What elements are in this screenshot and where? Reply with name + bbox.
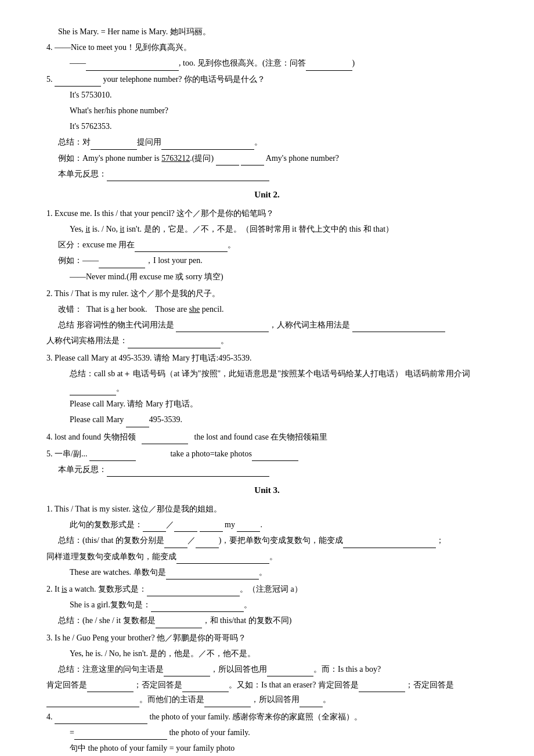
u3-3-summary: 总结：注意这里的问句主语是，所以回答也用。而：Is this a boy? — [46, 662, 488, 676]
u2-1-example2: ——Never mind.(用 excuse me 或 sorry 填空) — [46, 269, 488, 284]
u2-1-main: 1. Excuse me. Is this / that your pencil… — [46, 206, 488, 221]
u3-1-main: 1. This / That is my sister. 这位／那位是我的姐姐。 — [46, 502, 488, 516]
unit2-item2: 2. This / That is my ruler. 这个／那个是我的尺子。 … — [46, 286, 488, 348]
blank-1 — [86, 70, 179, 71]
item-5-phone: 5. your telephone number? 你的电话号码是什么？ — [46, 72, 488, 87]
blank-u3-2b — [196, 548, 219, 548]
u3-1-summary2: 同样道理复数句变成单数句，能变成。 — [46, 549, 488, 564]
blank-u2-10 — [252, 460, 298, 461]
u3-3-answer: Yes, he is. / No, he isn't. 是的，他是。／不，他不是… — [46, 646, 488, 661]
u2-3-example1: Please call Mary. 请给 Mary 打电话。 — [46, 397, 488, 411]
unit3-item4: 4. the photo of your family. 感谢你寄来你的家庭照（… — [46, 710, 488, 757]
blank-u2-1 — [135, 251, 228, 252]
u2-3-summary: 总结：call sb at＋ 电话号码（at 译为"按照"，此短语意思是"按照某… — [46, 366, 488, 395]
blank-u2-6 — [70, 395, 116, 395]
blank-u3-3 — [176, 563, 269, 564]
blank-3 — [55, 86, 101, 87]
blank-u2-3 — [176, 332, 269, 332]
blank-u3-16 — [55, 723, 147, 724]
u2-3-main: 3. Please call Mary at 495-3539. 请给 Mary… — [46, 351, 488, 365]
blank-u2-7 — [126, 427, 149, 427]
blank-u3-6 — [151, 611, 244, 612]
blank-u3-8 — [164, 676, 210, 676]
example-phone: 例如：Amy's phone number is 5763212.(提问) Am… — [46, 151, 488, 165]
u3-4-note: 句中 the photo of your family = your famil… — [46, 741, 488, 755]
u3-2-main: 2. It is a watch. 复数形式是：。（注意冠词 a） — [46, 582, 488, 596]
blank-u3-1d — [237, 531, 260, 532]
u2-1-qufeng: 区分：excuse me 用在。 — [46, 237, 488, 252]
blank-u3-1a — [143, 531, 166, 532]
blank-5 — [161, 149, 254, 150]
blank-6 — [216, 165, 239, 165]
u2-2-correct: 改错： That is a her book. Those are she pe… — [46, 302, 488, 316]
summary-dui: 总结：对提问用。 — [46, 135, 488, 149]
u3-1-summary: 总结：(this/ that 的复数分别是／)，要把单数句变成复数句，能变成； — [46, 533, 488, 548]
blank-u3-15 — [300, 707, 323, 707]
blank-u2-9 — [89, 460, 136, 461]
blank-u2-4 — [352, 332, 445, 332]
item-5-answer1: It's 5753010. — [46, 88, 488, 102]
u2-3-example2: Please call Mary 495-3539. — [46, 412, 488, 427]
blank-u3-2a — [164, 548, 187, 548]
item-5-answer2: It's 5762353. — [46, 119, 488, 134]
blank-u3-14 — [204, 707, 251, 707]
u3-1-plural: 此句的复数形式是：／ my . — [46, 517, 488, 532]
blank-u3-11 — [182, 692, 229, 692]
u2-reflect: 本单元反思： — [46, 462, 488, 477]
blank-u3-10 — [87, 692, 134, 692]
unit2-title: Unit 2. — [46, 187, 488, 203]
unit3-item1: 1. This / That is my sister. 这位／那位是我的姐姐。… — [46, 502, 488, 579]
page-content: She is Mary. = Her name is Mary. 她叫玛丽。 4… — [46, 24, 488, 756]
u3-4-equal: = the photo of your family. — [46, 725, 488, 740]
u3-3-affirm: 肯定回答是；否定回答是。又如：Is that an eraser? 肯定回答是；… — [46, 678, 488, 707]
unit2-item1: 1. Excuse me. Is this / that your pencil… — [46, 206, 488, 284]
blank-u3-2c — [343, 548, 436, 548]
blank-u3-1c — [200, 531, 223, 532]
blank-u3-13 — [46, 707, 139, 707]
u2-1-answer: Yes, it is. / No, it isn't. 是的，它是。／不，不是。… — [46, 222, 488, 236]
u3-2-summary: 总结：(he / she / it 复数都是，和 this/that 的复数不同… — [46, 613, 488, 628]
unit2-item4: 4. lost and found 失物招领 the lost and foun… — [46, 430, 488, 444]
item-5-whats: What's her/his phone number? — [46, 103, 488, 118]
unit3-item3: 3. Is he / Guo Peng your brother? 他／郭鹏是你… — [46, 631, 488, 707]
unit2-item5: 5. 一串/副... take a photo=take photos 本单元反… — [46, 447, 488, 477]
u2-2-summary: 总结 形容词性的物主代词用法是 ，人称代词主格用法是 — [46, 318, 488, 332]
blank-u2-5 — [128, 348, 221, 348]
blank-u3-4 — [166, 579, 259, 579]
u2-4-main: 4. lost and found 失物招领 the lost and foun… — [46, 430, 488, 444]
blank-2 — [306, 70, 352, 71]
line-she-is-mary: She is Mary. = Her name is Mary. 她叫玛丽。 — [46, 24, 488, 39]
unit-reflect-0: 本单元反思： — [46, 167, 488, 181]
blank-u3-1b — [174, 531, 197, 532]
u2-5-main: 5. 一串/副... take a photo=take photos — [46, 447, 488, 461]
item-4-nice-to-meet: 4. ——Nice to meet you！见到你真高兴。 — [46, 40, 488, 55]
blank-reflect-0 — [107, 181, 269, 181]
u3-3-main: 3. Is he / Guo Peng your brother? 他／郭鹏是你… — [46, 631, 488, 645]
u3-4-main: 4. the photo of your family. 感谢你寄来你的家庭照（… — [46, 710, 488, 724]
blank-reflect-u2 — [107, 476, 269, 477]
blank-u3-12 — [359, 692, 405, 692]
blank-u3-9 — [267, 676, 313, 676]
u2-1-example1: 例如：——，I lost your pen. — [46, 253, 488, 268]
unit3-item2: 2. It is a watch. 复数形式是：。（注意冠词 a） She is… — [46, 582, 488, 628]
u2-2-main: 2. This / That is my ruler. 这个／那个是我的尺子。 — [46, 286, 488, 301]
unit3-title: Unit 3. — [46, 483, 488, 498]
blank-u2-2 — [99, 268, 145, 268]
blank-u2-8 — [142, 444, 188, 444]
blank-4 — [91, 149, 137, 150]
item-4-response: ——, too. 见到你也很高兴。(注意：问答) — [46, 56, 488, 70]
u2-2-bingo: 人称代词宾格用法是：。 — [46, 333, 488, 348]
blank-u3-5 — [147, 596, 240, 596]
blank-7 — [241, 165, 264, 165]
blank-u3-17 — [74, 739, 167, 740]
u3-1-watches: These are watches. 单数句是。 — [46, 565, 488, 579]
blank-u3-7 — [156, 628, 202, 628]
unit2-item3: 3. Please call Mary at 495-3539. 请给 Mary… — [46, 351, 488, 427]
u3-2-girl: She is a girl.复数句是：。 — [46, 597, 488, 612]
